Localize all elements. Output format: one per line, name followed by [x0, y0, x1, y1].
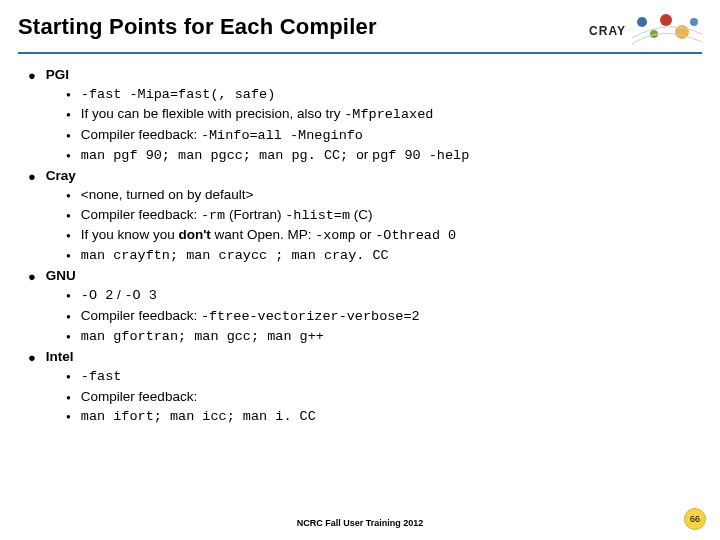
svg-point-0 — [637, 17, 647, 27]
item-text: man ifort; man icc; man i. CC — [81, 407, 316, 426]
text-segment: Compiler feedback: — [81, 389, 197, 404]
section-header: ●GNU — [28, 267, 702, 285]
bullet-icon: ● — [28, 69, 36, 82]
bullet-icon: ● — [66, 232, 71, 240]
page-number-badge: 66 — [684, 508, 706, 530]
section-title: Cray — [46, 167, 76, 185]
list-item: ●man gfortran; man gcc; man g++ — [66, 327, 702, 346]
item-text: If you can be flexible with precision, a… — [81, 105, 434, 124]
bullet-icon: ● — [66, 373, 71, 381]
text-segment: -rm — [201, 208, 225, 223]
list-item: ●Compiler feedback: — [66, 388, 702, 406]
item-text: Compiler feedback: — [81, 388, 197, 406]
list-item: ●Compiler feedback: -Minfo=all -Mneginfo — [66, 126, 702, 145]
text-segment: -O 3 — [125, 288, 157, 303]
text-segment: -Mfprelaxed — [344, 107, 433, 122]
section-title: Intel — [46, 348, 74, 366]
header: Starting Points for Each Compiler CRAY — [18, 14, 702, 48]
text-segment: man crayftn; man craycc ; man cray. CC — [81, 248, 389, 263]
item-text: -fast — [81, 367, 122, 386]
item-text: <none, turned on by default> — [81, 186, 254, 204]
brand-text: CRAY — [589, 24, 626, 38]
bullet-icon: ● — [66, 111, 71, 119]
text-segment: pgf 90 -help — [372, 148, 469, 163]
text-segment: Compiler feedback: — [81, 308, 201, 323]
list-item: ●If you can be flexible with precision, … — [66, 105, 702, 124]
text-segment: / — [113, 287, 124, 302]
text-segment: man ifort; man icc; man i. CC — [81, 409, 316, 424]
section-header: ●Intel — [28, 348, 702, 366]
item-list: ●-fast●Compiler feedback:●man ifort; man… — [28, 367, 702, 426]
text-segment: If you know you — [81, 227, 179, 242]
list-item: ●<none, turned on by default> — [66, 186, 702, 204]
text-segment: man pgf 90; man pgcc; man pg. CC; — [81, 148, 356, 163]
text-segment: If you can be flexible with precision, a… — [81, 106, 344, 121]
list-item: ●man pgf 90; man pgcc; man pg. CC; or pg… — [66, 146, 702, 165]
text-segment: or — [356, 227, 376, 242]
section-title: PGI — [46, 66, 69, 84]
bullet-icon: ● — [66, 192, 71, 200]
bullet-icon: ● — [66, 292, 71, 300]
page-title: Starting Points for Each Compiler — [18, 14, 377, 40]
section-title: GNU — [46, 267, 76, 285]
section: ●Cray●<none, turned on by default>●Compi… — [28, 167, 702, 265]
item-list: ●<none, turned on by default>●Compiler f… — [28, 186, 702, 265]
list-item: ●-fast -Mipa=fast(, safe) — [66, 85, 702, 104]
item-text: If you know you don't want Open. MP: -xo… — [81, 226, 456, 245]
text-segment: -Othread 0 — [375, 228, 456, 243]
item-text: Compiler feedback: -rm (Fortran) -hlist=… — [81, 206, 373, 225]
bullet-icon: ● — [66, 252, 71, 260]
list-item: ●Compiler feedback: -ftree-vectorizer-ve… — [66, 307, 702, 326]
section-header: ●PGI — [28, 66, 702, 84]
page-number: 66 — [690, 514, 700, 524]
text-segment: -Minfo=all -Mneginfo — [201, 128, 363, 143]
text-segment: -ftree-vectorizer-verbose=2 — [201, 309, 420, 324]
bullet-icon: ● — [66, 413, 71, 421]
section: ●PGI●-fast -Mipa=fast(, safe)●If you can… — [28, 66, 702, 165]
list-item: ●man crayftn; man craycc ; man cray. CC — [66, 246, 702, 265]
text-segment: -fast — [81, 369, 122, 384]
brand-decor-icon — [632, 14, 702, 48]
footer-text: NCRC Fall User Training 2012 — [0, 518, 720, 528]
text-segment: Compiler feedback: — [81, 207, 201, 222]
bullet-icon: ● — [28, 170, 36, 183]
bullet-icon: ● — [66, 394, 71, 402]
text-segment: (Fortran) — [225, 207, 285, 222]
content: ●PGI●-fast -Mipa=fast(, safe)●If you can… — [18, 54, 702, 426]
bullet-icon: ● — [66, 132, 71, 140]
text-segment: -fast -Mipa=fast(, safe) — [81, 87, 275, 102]
item-text: man gfortran; man gcc; man g++ — [81, 327, 324, 346]
footer: NCRC Fall User Training 2012 — [0, 518, 720, 528]
section: ●GNU●-O 2 / -O 3●Compiler feedback: -ftr… — [28, 267, 702, 346]
bullet-icon: ● — [66, 212, 71, 220]
text-segment: <none, turned on by default> — [81, 187, 254, 202]
text-segment: -O 2 — [81, 288, 113, 303]
bullet-icon: ● — [66, 313, 71, 321]
text-segment: Compiler feedback: — [81, 127, 201, 142]
item-text: man pgf 90; man pgcc; man pg. CC; or pgf… — [81, 146, 469, 165]
item-text: -fast -Mipa=fast(, safe) — [81, 85, 275, 104]
text-segment: (C) — [350, 207, 373, 222]
text-segment: -xomp — [315, 228, 356, 243]
text-segment: man gfortran; man gcc; man g++ — [81, 329, 324, 344]
list-item: ●-O 2 / -O 3 — [66, 286, 702, 305]
list-item: ●man ifort; man icc; man i. CC — [66, 407, 702, 426]
svg-point-2 — [660, 14, 672, 26]
item-list: ●-O 2 / -O 3●Compiler feedback: -ftree-v… — [28, 286, 702, 346]
section-header: ●Cray — [28, 167, 702, 185]
item-text: Compiler feedback: -Minfo=all -Mneginfo — [81, 126, 363, 145]
list-item: ●-fast — [66, 367, 702, 386]
item-text: Compiler feedback: -ftree-vectorizer-ver… — [81, 307, 420, 326]
list-item: ●If you know you don't want Open. MP: -x… — [66, 226, 702, 245]
svg-point-4 — [690, 18, 698, 26]
bullet-icon: ● — [66, 91, 71, 99]
text-segment: don't — [178, 227, 210, 242]
bullet-icon: ● — [66, 152, 71, 160]
text-segment: want Open. MP: — [211, 227, 315, 242]
bullet-icon: ● — [66, 333, 71, 341]
text-segment: -hlist=m — [285, 208, 350, 223]
text-segment: or — [356, 147, 372, 162]
brand-logo: CRAY — [589, 14, 702, 48]
section: ●Intel●-fast●Compiler feedback:●man ifor… — [28, 348, 702, 426]
item-list: ●-fast -Mipa=fast(, safe)●If you can be … — [28, 85, 702, 165]
